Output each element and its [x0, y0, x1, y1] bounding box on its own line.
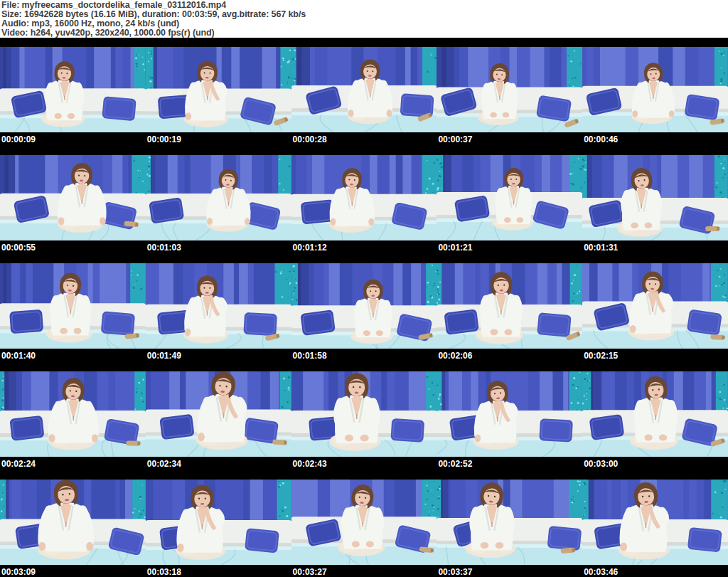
video-frame-thumbnail	[291, 155, 437, 240]
timestamp-label: 00:02:34	[146, 460, 291, 469]
video-frame-thumbnail	[437, 371, 582, 457]
video-frame-thumbnail	[291, 371, 437, 457]
video-frame-thumbnail	[582, 371, 728, 457]
file-info-line-video: Video: h264, yuv420p, 320x240, 1000.00 f…	[1, 28, 728, 38]
timestamp-label: 00:01:31	[582, 243, 728, 253]
file-info-header: File: myfreecams_doctordelika_female_031…	[0, 0, 728, 38]
thumbnail-cell: 00:00:09	[0, 47, 146, 155]
thumbnail-cell: 00:03:18	[146, 480, 291, 577]
timestamp-label: 00:00:19	[146, 135, 291, 144]
video-frame-thumbnail	[291, 263, 437, 349]
video-frame-thumbnail	[437, 263, 582, 349]
thumbnail-cell: 00:03:00	[582, 371, 728, 480]
timestamp-label: 00:02:43	[291, 460, 437, 469]
video-frame-thumbnail	[437, 480, 582, 565]
thumbnail-cell: 00:02:15	[582, 263, 728, 371]
video-frame-thumbnail	[146, 155, 291, 240]
video-frame-thumbnail	[146, 480, 291, 565]
video-frame-thumbnail	[0, 263, 146, 349]
thumbnail-cell: 00:02:43	[291, 371, 437, 480]
thumbnail-cell: 00:01:31	[582, 155, 728, 263]
video-frame-thumbnail	[146, 263, 291, 349]
thumbnail-grid: 00:00:0900:00:1900:00:2800:00:3700:00:46…	[0, 38, 728, 577]
video-frame-thumbnail	[582, 155, 728, 240]
thumbnail-cell: 00:01:40	[0, 263, 146, 371]
timestamp-label: 00:03:37	[437, 568, 582, 577]
timestamp-label: 00:00:28	[291, 135, 437, 144]
thumbnail-cell: 00:01:21	[437, 155, 582, 263]
thumbnail-cell: 00:01:49	[146, 263, 291, 371]
timestamp-label: 00:03:00	[582, 460, 728, 469]
timestamp-label: 00:03:18	[146, 568, 291, 577]
thumbnail-cell: 00:00:19	[146, 47, 291, 155]
timestamp-label: 00:00:37	[437, 135, 582, 144]
timestamp-label: 00:00:46	[582, 135, 728, 144]
video-frame-thumbnail	[582, 263, 728, 349]
thumbnail-cell: 00:02:06	[437, 263, 582, 371]
thumbnail-cell: 00:02:52	[437, 371, 582, 480]
thumbnail-cell: 00:02:24	[0, 371, 146, 480]
thumbnail-cell: 00:01:12	[291, 155, 437, 263]
video-frame-thumbnail	[0, 371, 146, 457]
timestamp-label: 00:01:21	[437, 243, 582, 253]
video-frame-thumbnail	[437, 47, 582, 132]
timestamp-label: 00:03:46	[582, 568, 728, 577]
thumbnail-cell: 00:03:27	[291, 480, 437, 577]
timestamp-label: 00:01:12	[291, 243, 437, 253]
thumbnail-cell: 00:00:37	[437, 47, 582, 155]
video-frame-thumbnail	[582, 480, 728, 565]
thumbnail-cell: 00:01:58	[291, 263, 437, 371]
timestamp-label: 00:02:52	[437, 460, 582, 469]
timestamp-label: 00:00:09	[0, 135, 146, 144]
video-frame-thumbnail	[146, 371, 291, 457]
timestamp-label: 00:03:09	[0, 568, 146, 577]
video-frame-thumbnail	[0, 155, 146, 240]
thumbnail-cell: 00:00:28	[291, 47, 437, 155]
thumbnail-cell: 00:01:03	[146, 155, 291, 263]
timestamp-label: 00:00:55	[0, 243, 146, 253]
timestamp-label: 00:01:03	[146, 243, 291, 253]
video-frame-thumbnail	[0, 480, 146, 565]
timestamp-label: 00:01:49	[146, 351, 291, 361]
thumbnail-cell: 00:03:09	[0, 480, 146, 577]
timestamp-label: 00:02:06	[437, 351, 582, 361]
video-frame-thumbnail	[146, 47, 291, 132]
thumbnail-cell: 00:00:46	[582, 47, 728, 155]
video-frame-thumbnail	[437, 155, 582, 240]
timestamp-label: 00:03:27	[291, 568, 437, 577]
thumbnail-cell: 00:03:37	[437, 480, 582, 577]
timestamp-label: 00:01:40	[0, 351, 146, 361]
thumbnail-cell: 00:02:34	[146, 371, 291, 480]
thumbnail-sheet: File: myfreecams_doctordelika_female_031…	[0, 0, 728, 577]
timestamp-label: 00:02:15	[582, 351, 728, 361]
timestamp-label: 00:02:24	[0, 460, 146, 469]
thumbnail-cell: 00:03:46	[582, 480, 728, 577]
timestamp-label: 00:01:58	[291, 351, 437, 361]
video-frame-thumbnail	[291, 480, 437, 565]
video-frame-thumbnail	[0, 47, 146, 132]
video-frame-thumbnail	[582, 47, 728, 132]
thumbnail-cell: 00:00:55	[0, 155, 146, 263]
video-frame-thumbnail	[291, 47, 437, 132]
